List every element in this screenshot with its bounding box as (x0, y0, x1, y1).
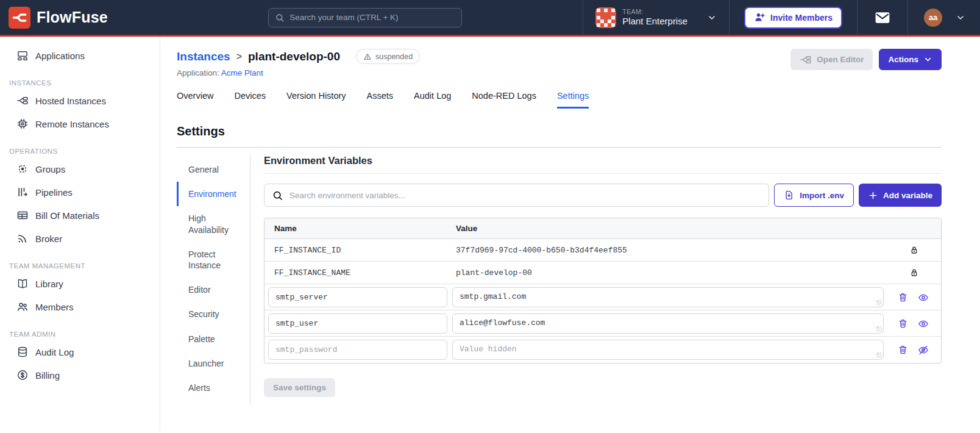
settings-nav: General Environment High Availability Pr… (177, 155, 250, 404)
main-content: Instances > plant-develop-00 suspended A… (160, 37, 980, 431)
resize-grip[interactable] (876, 352, 882, 358)
billing-icon (16, 369, 29, 381)
sidebar-item-groups[interactable]: Groups (0, 157, 160, 181)
column-header-value: Value (449, 224, 887, 233)
team-search[interactable] (268, 8, 462, 27)
navbar-divider (907, 0, 908, 35)
sidebar-item-label: Pipelines (35, 187, 73, 198)
user-plus-icon (754, 12, 765, 23)
actions-label: Actions (888, 55, 918, 64)
open-editor-button[interactable]: Open Editor (790, 49, 873, 70)
settings-nav-security[interactable]: Security (177, 302, 250, 326)
env-search-input[interactable] (289, 191, 761, 200)
tab-audit-log[interactable]: Audit Log (414, 91, 451, 109)
sidebar-item-audit-log[interactable]: Audit Log (0, 340, 160, 363)
sidebar-item-members[interactable]: Members (0, 295, 160, 318)
delete-variable-button[interactable] (898, 318, 908, 329)
trash-icon (898, 318, 908, 329)
show-value-button[interactable] (918, 318, 929, 329)
sidebar: Applications INSTANCES Hosted Instances … (0, 37, 160, 431)
sidebar-item-broker[interactable]: Broker (0, 227, 160, 250)
env-search[interactable] (264, 184, 769, 207)
sidebar-item-library[interactable]: Library (0, 272, 160, 295)
search-icon (275, 13, 285, 23)
tab-assets[interactable]: Assets (367, 91, 394, 109)
team-name: Plant Enterprise (622, 16, 687, 27)
sidebar-item-remote-instances[interactable]: Remote Instances (0, 112, 160, 135)
delete-variable-button[interactable] (898, 345, 908, 355)
settings-nav-protect-instance[interactable]: Protect Instance (177, 242, 250, 277)
sidebar-item-label: Groups (35, 164, 65, 174)
sidebar-item-label: Billing (35, 370, 60, 381)
settings-divider (177, 147, 942, 148)
navbar-divider (583, 0, 583, 35)
team-selector[interactable]: TEAM: Plant Enterprise (584, 7, 728, 28)
invite-members-button[interactable]: Invite Members (744, 7, 842, 29)
resize-grip[interactable] (876, 300, 882, 306)
settings-nav-high-availability[interactable]: High Availability (177, 206, 250, 242)
invite-members-label: Invite Members (770, 13, 833, 23)
brand[interactable]: FlowFuse (9, 7, 149, 29)
env-var-value-input[interactable]: alice@flowfuse.com (452, 313, 884, 334)
settings-title: Settings (177, 124, 942, 138)
page-title: plant-develop-00 (248, 50, 340, 63)
env-var-value-input[interactable]: smtp.gmail.com (452, 287, 884, 307)
sidebar-item-bill-of-materials[interactable]: Bill Of Materials (0, 204, 160, 227)
eye-icon (918, 292, 929, 303)
user-menu[interactable]: aa (909, 9, 971, 27)
tab-overview[interactable]: Overview (177, 91, 213, 109)
tab-node-red-logs[interactable]: Node-RED Logs (472, 91, 536, 109)
sidebar-section-instances: INSTANCES (9, 79, 160, 87)
hide-value-button[interactable] (918, 345, 929, 356)
sidebar-item-label: Applications (35, 51, 85, 61)
editor-node-icon (800, 54, 812, 66)
settings-nav-launcher[interactable]: Launcher (177, 351, 250, 376)
resize-grip[interactable] (876, 326, 882, 332)
broker-icon (16, 232, 29, 245)
sidebar-item-applications[interactable]: Applications (0, 44, 160, 67)
application-row: Application: Acme Plant (177, 68, 790, 77)
sidebar-item-label: Library (35, 279, 63, 289)
env-var-name: FF_INSTANCE_ID (265, 246, 449, 255)
env-var-value-input[interactable] (452, 340, 884, 360)
save-settings-button[interactable]: Save settings (264, 378, 335, 397)
application-link[interactable]: Acme Plant (221, 68, 263, 77)
actions-button[interactable]: Actions (879, 49, 942, 70)
show-value-button[interactable] (918, 292, 929, 303)
sidebar-item-hosted-instances[interactable]: Hosted Instances (0, 89, 160, 112)
lock-icon (909, 268, 919, 277)
avatar: aa (924, 9, 942, 27)
team-search-input[interactable] (289, 13, 455, 22)
environment-panel: Environment Variables Import .env (264, 155, 942, 404)
top-navbar: FlowFuse TEAM: Plant Enterpris (0, 0, 980, 37)
instance-tabs: Overview Devices Version History Assets … (177, 91, 942, 109)
pipelines-icon (16, 186, 29, 198)
trash-icon (898, 345, 908, 355)
import-env-button[interactable]: Import .env (774, 184, 854, 207)
add-variable-button[interactable]: Add variable (859, 184, 942, 207)
sidebar-item-billing[interactable]: Billing (0, 363, 160, 387)
tab-settings[interactable]: Settings (557, 91, 589, 109)
settings-nav-editor[interactable]: Editor (177, 277, 250, 302)
settings-nav-environment[interactable]: Environment (177, 182, 250, 206)
env-var-name-input[interactable] (268, 313, 447, 334)
env-var-name-input[interactable] (268, 340, 447, 360)
sidebar-item-pipelines[interactable]: Pipelines (0, 181, 160, 204)
table-row: FF_INSTANCE_NAME plant-develop-00 (265, 262, 941, 284)
add-variable-label: Add variable (883, 191, 932, 200)
settings-nav-alerts[interactable]: Alerts (177, 376, 250, 400)
team-label: TEAM: (622, 8, 687, 16)
env-var-name-input[interactable] (268, 287, 447, 307)
settings-nav-general[interactable]: General (177, 157, 250, 182)
sidebar-item-label: Remote Instances (35, 119, 109, 129)
tab-devices[interactable]: Devices (234, 91, 266, 109)
environment-title: Environment Variables (264, 155, 942, 174)
breadcrumb-instances-link[interactable]: Instances (177, 50, 230, 63)
env-variables-table: Name Value FF_INSTANCE_ID 37f7d969-97cd-… (264, 218, 942, 363)
settings-nav-palette[interactable]: Palette (177, 327, 250, 351)
sidebar-item-label: Members (35, 302, 74, 312)
notifications-button[interactable] (859, 11, 906, 24)
open-editor-label: Open Editor (817, 55, 864, 64)
delete-variable-button[interactable] (898, 292, 908, 302)
tab-version-history[interactable]: Version History (286, 91, 346, 109)
